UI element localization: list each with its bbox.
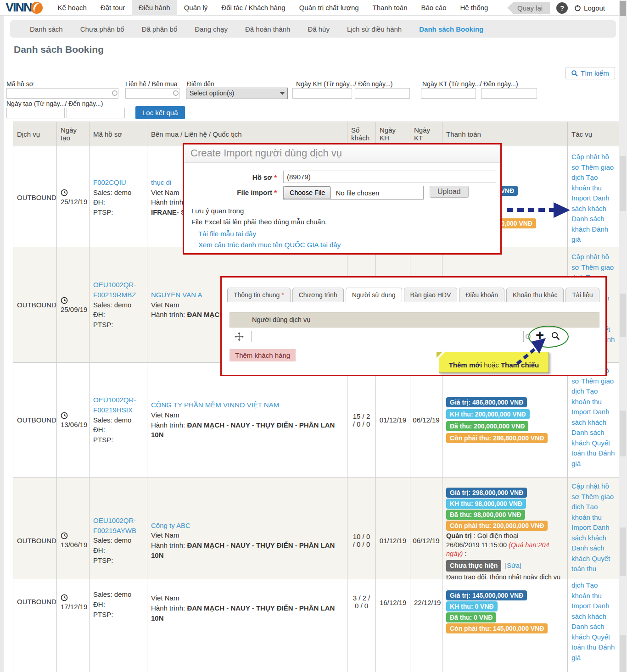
subnav-da-phan-bo[interactable]: Đã phân bổ bbox=[133, 25, 186, 33]
ngay-tao-to-input[interactable] bbox=[67, 108, 125, 118]
ngay-kt-from-input[interactable] bbox=[421, 88, 476, 99]
search-button[interactable]: Tìm kiếm bbox=[565, 67, 615, 79]
tab-thong-tin-chung[interactable]: Thông tin chung * bbox=[227, 288, 291, 302]
subnav-chua-phan-bo[interactable]: Chưa phân bổ bbox=[72, 25, 133, 33]
search-button-label: Tìm kiếm bbox=[581, 69, 609, 77]
lien-he-input[interactable] bbox=[125, 88, 179, 99]
nav-quan-tri-chat-luong[interactable]: Quản trị chất lượng bbox=[292, 0, 366, 16]
nav-quan-ly[interactable]: Quản lý bbox=[177, 0, 215, 16]
nav-dat-tour[interactable]: Đặt tour bbox=[94, 0, 132, 16]
ngay-tao-from-input[interactable] bbox=[6, 108, 65, 118]
action-import-danh-sach-khach[interactable]: Import Danh sách khách bbox=[571, 408, 610, 426]
booking-code-link[interactable]: OEU1002QR-F00219HSIX bbox=[93, 395, 143, 415]
nav-ke-hoach[interactable]: Kế hoạch bbox=[51, 0, 94, 16]
booking-code-link[interactable]: F002CQIU bbox=[93, 178, 143, 188]
subnav-danh-sach[interactable]: Danh sách bbox=[21, 25, 72, 33]
badge-con-phai-thu: Còn phải thu: 200,000,000 VNĐ bbox=[446, 521, 548, 531]
choose-file-button[interactable]: Choose File bbox=[284, 186, 331, 199]
subnav-da-huy[interactable]: Đã hủy bbox=[299, 25, 338, 33]
service-user-input[interactable] bbox=[251, 331, 524, 342]
badge-da-thu: Đã thu: 0 VNĐ bbox=[446, 612, 496, 622]
filter-results-button[interactable]: Lọc kết quả bbox=[135, 106, 185, 119]
nav-he-thong[interactable]: Hệ thống bbox=[453, 0, 495, 16]
move-handle-icon[interactable] bbox=[235, 332, 244, 341]
add-customer-button[interactable]: Thêm khách hàng bbox=[230, 349, 296, 361]
scrollbar[interactable] bbox=[619, 0, 627, 672]
tab-nguoi-su-dung[interactable]: Người sử dụng bbox=[346, 288, 402, 302]
guests-cell: 15 / 2 / 0 / 0 bbox=[347, 363, 376, 478]
back-button[interactable]: Quay lại bbox=[507, 2, 550, 14]
service-cell: OUTBOUND bbox=[13, 146, 57, 247]
help-icon[interactable]: ? bbox=[556, 2, 568, 14]
label-ngay-kh: Ngày KH (Từ ngày.../ Đến ngày...) bbox=[296, 80, 392, 88]
logout-button[interactable]: Logout bbox=[574, 4, 605, 12]
tab-tai-lieu[interactable]: Tài liệu bbox=[565, 288, 599, 302]
nav-dieu-hanh[interactable]: Điều hành bbox=[132, 0, 177, 16]
ngay-kt-cell: 06/12/19 bbox=[410, 478, 442, 579]
code-cell: Sales: demo ĐH: PTSP: bbox=[90, 579, 147, 672]
country-structure-link[interactable]: Xem cấu trúc danh mục tên QUỐC GIA tại đ… bbox=[198, 241, 341, 249]
file-input[interactable]: Choose File No file chosen bbox=[283, 186, 424, 200]
ngay-kh-to-input[interactable] bbox=[355, 88, 410, 99]
dh-line: ĐH: bbox=[93, 310, 143, 320]
created-date: 13/06/19 bbox=[61, 541, 85, 549]
chevron-down-icon bbox=[280, 92, 285, 95]
itinerary-label: Hành trình: bbox=[151, 311, 185, 318]
dh-line: ĐH: bbox=[93, 197, 143, 207]
clock-icon bbox=[61, 297, 68, 304]
tab-chuong-trinh[interactable]: Chương trình bbox=[292, 288, 344, 302]
ho-so-input[interactable] bbox=[283, 171, 496, 183]
action-them-giao-dich-tail[interactable]: dịch bbox=[571, 581, 584, 589]
booking-code-link[interactable]: OEU1002QR-F00219RMBZ bbox=[93, 280, 143, 300]
actions-cell: Cập nhật hồ sơ Thêm giao dịch Tạo khoản … bbox=[568, 146, 619, 247]
vinno-logo[interactable]: VINN bbox=[6, 0, 43, 15]
diem-den-select[interactable]: Select option(s) bbox=[186, 88, 288, 99]
created-cell: 13/06/19 bbox=[57, 478, 90, 579]
subnav-da-hoan-thanh[interactable]: Đã hoàn thành bbox=[236, 25, 299, 33]
upload-button[interactable]: Upload bbox=[430, 186, 469, 198]
tab-ban-giao-hdv[interactable]: Bàn giao HDV bbox=[404, 288, 458, 302]
guests-cell: 10 / 0 / 0 / 0 bbox=[347, 478, 376, 579]
badge-kh-thu: KH thu: 200,000,000 VNĐ bbox=[446, 409, 530, 419]
action-import-danh-sach-khach[interactable]: Import Danh sách khách bbox=[571, 602, 610, 620]
ptsp-line: PTSP: bbox=[93, 435, 143, 445]
sales-line: Sales: demo bbox=[93, 589, 143, 600]
subnav-danh-sach-booking[interactable]: Danh sách Booking bbox=[410, 25, 492, 33]
itinerary-label: Hành trình: bbox=[151, 541, 185, 549]
download-template-link[interactable]: Tải file mẫu tại đây bbox=[198, 230, 256, 238]
subnav-lich-su-dieu-hanh[interactable]: Lịch sử điều hành bbox=[338, 25, 410, 33]
sales-line: Sales: demo bbox=[93, 415, 143, 425]
badge-kh-thu: KH thu: 98,000,000 VNĐ bbox=[446, 499, 526, 509]
scrollbar-thumb[interactable] bbox=[620, 1, 626, 16]
lien-he-circle-icon bbox=[173, 90, 179, 96]
code-cell: F002CQIU Sales: demo ĐH: PTSP: bbox=[90, 146, 147, 247]
ma-ho-so-input[interactable] bbox=[6, 88, 118, 99]
label-ngay-kt: Ngày KT (Từ ngày.../ Đến ngày...) bbox=[422, 80, 518, 88]
tab-dieu-khoan[interactable]: Điều khoản bbox=[459, 288, 504, 302]
action-import-danh-sach-khach[interactable]: Import Danh sách khách bbox=[571, 194, 610, 212]
nav-thanh-toan[interactable]: Thanh toán bbox=[366, 0, 414, 16]
nav-bao-cao[interactable]: Báo cáo bbox=[414, 0, 453, 16]
nationality: Viet Nam bbox=[151, 593, 343, 603]
logo-swirl-icon bbox=[31, 2, 43, 14]
guests-cell: 3 / 2 / 0 / 0 bbox=[347, 579, 376, 672]
action-import-danh-sach-khach[interactable]: Import Danh sách khách bbox=[571, 523, 610, 542]
subnav-dang-chay[interactable]: Đang chạy bbox=[186, 25, 236, 33]
tab-khoan-thu-khac[interactable]: Khoản thu khác bbox=[506, 288, 564, 302]
service-users-section-header: Người dùng dịch vụ bbox=[230, 312, 599, 328]
buyer-link[interactable]: Công ty ABC bbox=[151, 521, 343, 531]
diem-den-selected-value: Select option(s) bbox=[190, 89, 234, 97]
buyer-link[interactable]: CÔNG TY PHẦN MỀM VINNO VIỆT NAM bbox=[151, 400, 343, 410]
buyer-cell: Viet Nam Hành trình: ĐAN MẠCH - NAUY - T… bbox=[147, 579, 347, 672]
nav-doi-tac-khach-hang[interactable]: Đối tác / Khách hàng bbox=[214, 0, 292, 16]
ngay-kh-cell: 16/12/19 bbox=[376, 579, 410, 672]
edit-link[interactable]: [Sửa] bbox=[505, 562, 521, 569]
created-date: 13/06/19 bbox=[61, 421, 85, 428]
service-cell: OUTBOUND bbox=[13, 579, 57, 672]
booking-code-link[interactable]: OEU1002QR-F00219AYWB bbox=[93, 516, 143, 536]
ho-so-label: Hồ sơ * bbox=[203, 173, 277, 181]
payment-cell: Giá trị: 298,000,000 VNĐ KH thu: 98,000,… bbox=[442, 478, 568, 579]
clock-icon bbox=[61, 189, 68, 196]
ngay-kt-to-input[interactable] bbox=[481, 88, 537, 99]
ngay-kh-from-input[interactable] bbox=[292, 88, 352, 99]
